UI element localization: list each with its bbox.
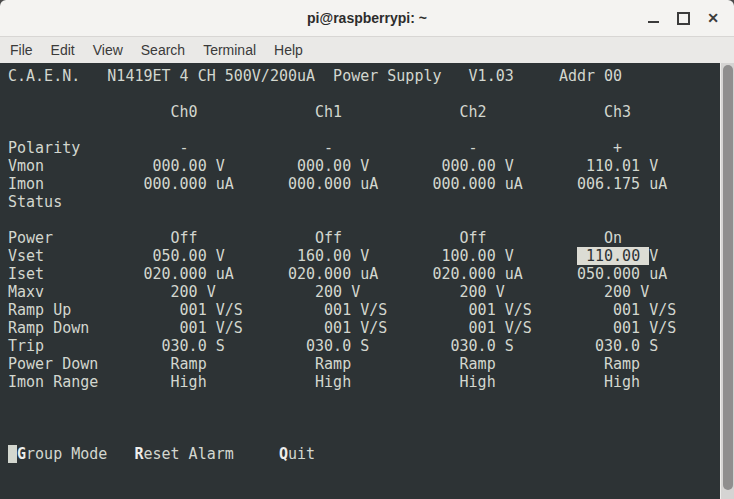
terminal-text: Imon Range High High High High xyxy=(8,373,640,391)
terminal-text: Vset 050.00 V 160.00 V 100.00 V xyxy=(8,247,577,265)
minimize-icon xyxy=(648,21,659,23)
menu-item-search[interactable]: Search xyxy=(132,38,194,62)
terminal-row-17: Imon Range High High High High xyxy=(8,373,720,391)
terminal-row-18 xyxy=(8,391,720,409)
terminal-row-21: Group Mode Reset Alarm Quit xyxy=(8,445,720,463)
menu-item-terminal[interactable]: Terminal xyxy=(194,38,265,62)
terminal-row-4: Polarity - - - + xyxy=(8,139,720,157)
terminal-text: Maxv 200 V 200 V 200 V 200 V xyxy=(8,283,649,301)
terminal-text: uit xyxy=(288,445,315,463)
terminal-text: Status xyxy=(8,193,62,211)
terminal-row-19 xyxy=(8,409,720,427)
terminal-row-5: Vmon 000.00 V 000.00 V 000.00 V 110.01 V xyxy=(8,157,720,175)
terminal-text: Ch0 Ch1 Ch2 Ch3 xyxy=(8,103,631,121)
terminal-text: Imon 000.000 uA 000.000 uA 000.000 uA 00… xyxy=(8,175,667,193)
terminal-text: C.A.E.N. N1419ET 4 CH 500V/200uA Power S… xyxy=(8,67,622,85)
terminal-screen[interactable]: C.A.E.N. N1419ET 4 CH 500V/200uA Power S… xyxy=(0,63,720,499)
vset-ch3-field[interactable]: 110.00 xyxy=(577,247,649,265)
menu-item-view[interactable]: View xyxy=(84,38,132,62)
terminal-window: pi@raspberrypi: ~ ✕ File Edit View Searc… xyxy=(0,0,734,499)
menu-item-file[interactable]: File xyxy=(1,38,42,62)
terminal-row-10: Vset 050.00 V 160.00 V 100.00 V 110.00 V xyxy=(8,247,720,265)
terminal-row-6: Imon 000.000 uA 000.000 uA 000.000 uA 00… xyxy=(8,175,720,193)
terminal-row-0: C.A.E.N. N1419ET 4 CH 500V/200uA Power S… xyxy=(8,67,720,85)
menubar: File Edit View Search Terminal Help xyxy=(0,37,734,64)
terminal-row-23 xyxy=(8,481,720,499)
terminal-row-9: Power Off Off Off On xyxy=(8,229,720,247)
terminal-cursor xyxy=(8,445,17,463)
menu-item-edit[interactable]: Edit xyxy=(42,38,84,62)
terminal-row-16: Power Down Ramp Ramp Ramp Ramp xyxy=(8,355,720,373)
terminal-row-1 xyxy=(8,85,720,103)
menu-item-help[interactable]: Help xyxy=(265,38,312,62)
terminal-text: Ramp Down 001 V/S 001 V/S 001 V/S 001 V/… xyxy=(8,319,676,337)
close-icon: ✕ xyxy=(707,11,719,25)
terminal-row-8 xyxy=(8,211,720,229)
terminal-text: Trip 030.0 S 030.0 S 030.0 S 030.0 S xyxy=(8,337,658,355)
terminal-row-12: Maxv 200 V 200 V 200 V 200 V xyxy=(8,283,720,301)
terminal-text: roup Mode xyxy=(26,445,134,463)
hotkey-letter[interactable]: Q xyxy=(279,445,288,463)
terminal-row-2: Ch0 Ch1 Ch2 Ch3 xyxy=(8,103,720,121)
terminal-row-3 xyxy=(8,121,720,139)
terminal-text: V xyxy=(649,247,658,265)
terminal-text: Power Off Off Off On xyxy=(8,229,622,247)
terminal-row-22 xyxy=(8,463,720,481)
terminal-row-20 xyxy=(8,427,720,445)
terminal-row-14: Ramp Down 001 V/S 001 V/S 001 V/S 001 V/… xyxy=(8,319,720,337)
terminal-row-7: Status xyxy=(8,193,720,211)
terminal-row-15: Trip 030.0 S 030.0 S 030.0 S 030.0 S xyxy=(8,337,720,355)
terminal-text: Vmon 000.00 V 000.00 V 000.00 V 110.01 V xyxy=(8,157,658,175)
terminal-row-13: Ramp Up 001 V/S 001 V/S 001 V/S 001 V/S xyxy=(8,301,720,319)
terminal-text: Ramp Up 001 V/S 001 V/S 001 V/S 001 V/S xyxy=(8,301,676,319)
terminal-row-11: Iset 020.000 uA 020.000 uA 020.000 uA 05… xyxy=(8,265,720,283)
titlebar[interactable]: pi@raspberrypi: ~ ✕ xyxy=(0,0,734,37)
terminal-text: Power Down Ramp Ramp Ramp Ramp xyxy=(8,355,640,373)
terminal-text: Polarity - - - + xyxy=(8,139,622,157)
close-button[interactable]: ✕ xyxy=(698,3,728,33)
window-title: pi@raspberrypi: ~ xyxy=(0,0,734,36)
window-controls: ✕ xyxy=(638,0,728,36)
scrollbar-thumb[interactable] xyxy=(723,65,733,490)
hotkey-letter[interactable]: G xyxy=(17,445,26,463)
scrollbar[interactable] xyxy=(720,63,734,499)
minimize-button[interactable] xyxy=(638,3,668,33)
maximize-button[interactable] xyxy=(668,3,698,33)
maximize-icon xyxy=(677,12,690,25)
terminal-text: Iset 020.000 uA 020.000 uA 020.000 uA 05… xyxy=(8,265,667,283)
terminal-text: eset Alarm xyxy=(143,445,278,463)
